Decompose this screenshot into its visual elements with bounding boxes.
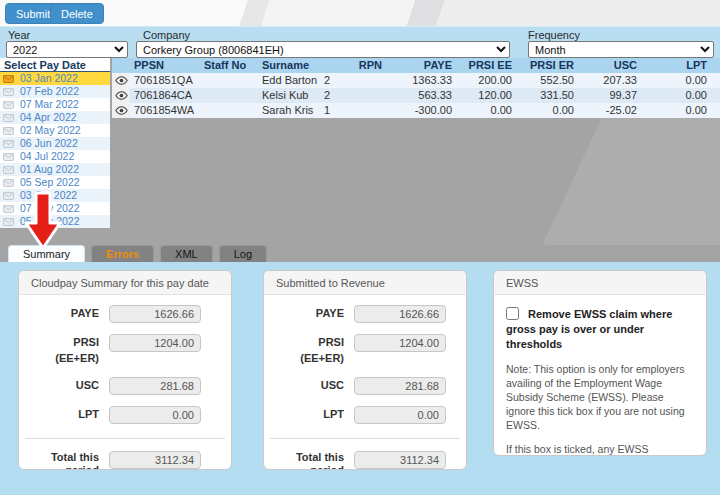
- frequency-label: Frequency: [528, 29, 580, 41]
- pay-date-item[interactable]: 04 Jul 2022: [0, 150, 110, 163]
- value-row: PAYE1626.66: [272, 305, 454, 323]
- submitted-to-revenue-panel: Submitted to Revenue PAYE1626.66PRSI (EE…: [263, 270, 467, 470]
- company-select[interactable]: Corkery Group (8006841EH): [136, 41, 510, 58]
- employee-cell-prsi_ee: 0.00: [455, 103, 515, 118]
- employee-table: PPSN Staff No Surname RPN PAYE PRSI EE P…: [112, 58, 720, 118]
- ewss-paragraphs: Note: This option is only for employers …: [506, 362, 694, 456]
- employee-cell-usc: 99.37: [577, 88, 640, 103]
- envelope-icon: [3, 153, 14, 161]
- pay-date-item[interactable]: 01 Aug 2022: [0, 163, 110, 176]
- envelope-icon: [3, 88, 14, 96]
- pay-date-label: 02 May 2022: [20, 124, 81, 137]
- tab-bar: SummaryErrorsXMLLog: [8, 245, 267, 262]
- employee-row[interactable]: 7061851QAEdd Barton21363.33200.00552.502…: [112, 73, 720, 88]
- value-field: 1204.00: [354, 334, 446, 352]
- value-field: 1626.66: [354, 305, 446, 323]
- col-paye: PAYE: [385, 58, 455, 73]
- pay-date-item[interactable]: 03 Oct 2022: [0, 189, 110, 202]
- pay-date-label: 03 Oct 2022: [20, 189, 77, 202]
- eye-icon[interactable]: [112, 73, 130, 88]
- value-row: USC281.68: [272, 377, 454, 395]
- envelope-icon: [3, 218, 14, 226]
- employee-cell-lpt: 0.00: [640, 103, 710, 118]
- value-label: USC: [272, 377, 344, 393]
- pay-date-label: 05 Sep 2022: [20, 176, 80, 189]
- pay-date-item[interactable]: 07 Mar 2022: [0, 98, 110, 111]
- employee-cell-ppsn: 7061864CA: [130, 88, 200, 103]
- value-field: 0.00: [109, 406, 201, 424]
- tab-errors[interactable]: Errors: [91, 245, 154, 262]
- employee-cell-prsi_er: 0.00: [515, 103, 577, 118]
- col-staffno: Staff No: [200, 58, 258, 73]
- pay-date-item[interactable]: 05 Sep 2022: [0, 176, 110, 189]
- divider: [25, 438, 225, 439]
- main-region: Select Pay Date 03 Jan 202207 Feb 202207…: [0, 58, 720, 245]
- employee-cell-rpn: 1: [320, 103, 385, 118]
- ewss-remove-claim-checkbox[interactable]: [506, 307, 519, 320]
- value-row: PRSI (EE+ER)1204.00: [27, 334, 219, 366]
- value-field: 1626.66: [109, 305, 201, 323]
- total-label: Total this period: [272, 451, 344, 470]
- ewss-checkbox-label: Remove EWSS claim where gross pay is ove…: [506, 308, 672, 350]
- value-label: PAYE: [27, 305, 99, 321]
- employee-cell-usc: -25.02: [577, 103, 640, 118]
- col-rpn: RPN: [320, 58, 385, 73]
- tab-xml[interactable]: XML: [160, 245, 213, 262]
- employee-cell-surname: Sarah Kris: [258, 103, 320, 118]
- value-label: PRSI (EE+ER): [272, 334, 344, 366]
- pay-date-label: 04 Apr 2022: [20, 111, 77, 124]
- envelope-icon: [3, 101, 14, 109]
- pay-date-item[interactable]: 07 Nov 2022: [0, 202, 110, 215]
- employee-cell-prsi_ee: 120.00: [455, 88, 515, 103]
- col-surname: Surname: [258, 58, 320, 73]
- eye-icon[interactable]: [112, 103, 130, 118]
- pay-date-item[interactable]: 05 Dec 2022: [0, 215, 110, 228]
- value-field: 1204.00: [109, 334, 201, 352]
- frequency-select[interactable]: Month: [528, 41, 714, 58]
- value-field: 0.00: [354, 406, 446, 424]
- cloudpay-submission-window: Submit Delete Year Company Frequency 202…: [0, 0, 720, 495]
- delete-button[interactable]: Delete: [50, 3, 104, 24]
- employee-row[interactable]: 7061854WASarah Kris1-300.000.000.00-25.0…: [112, 103, 720, 118]
- employee-cell-paye: -300.00: [385, 103, 455, 118]
- year-label: Year: [8, 29, 30, 41]
- envelope-icon: [3, 179, 14, 187]
- pay-date-item[interactable]: 03 Jan 2022: [0, 72, 110, 85]
- pay-date-item[interactable]: 07 Feb 2022: [0, 85, 110, 98]
- value-label: LPT: [272, 406, 344, 422]
- value-field: 281.68: [109, 377, 201, 395]
- total-value: 3112.34: [109, 451, 201, 469]
- employee-cell-prsi_er: 331.50: [515, 88, 577, 103]
- tab-log[interactable]: Log: [219, 245, 267, 262]
- employee-cell-surname: Kelsi Kub: [258, 88, 320, 103]
- col-lpt: LPT: [640, 58, 710, 73]
- envelope-icon: [3, 127, 14, 135]
- employee-row[interactable]: 7061864CAKelsi Kub2563.33120.00331.5099.…: [112, 88, 720, 103]
- value-field: 281.68: [354, 377, 446, 395]
- pay-date-item[interactable]: 06 Jun 2022: [0, 137, 110, 150]
- pay-date-label: 05 Dec 2022: [20, 215, 80, 228]
- col-prsi-ee: PRSI EE: [455, 58, 515, 73]
- pay-date-label: 07 Feb 2022: [20, 85, 79, 98]
- pay-date-item[interactable]: 02 May 2022: [0, 124, 110, 137]
- envelope-icon: [3, 114, 14, 122]
- company-label: Company: [143, 29, 190, 41]
- value-row: LPT0.00: [27, 406, 219, 424]
- divider: [270, 438, 460, 439]
- pay-date-label: 04 Jul 2022: [20, 150, 74, 163]
- pay-date-label: 06 Jun 2022: [20, 137, 78, 150]
- employee-cell-staff_no: [200, 73, 258, 88]
- ewss-paragraph: Note: This option is only for employers …: [506, 362, 694, 432]
- pay-date-header: Select Pay Date: [0, 58, 110, 72]
- envelope-icon: [3, 192, 14, 200]
- employee-cell-rpn: 2: [320, 88, 385, 103]
- pay-date-item[interactable]: 04 Apr 2022: [0, 111, 110, 124]
- employee-cell-staff_no: [200, 88, 258, 103]
- year-select[interactable]: 2022: [6, 41, 128, 58]
- tab-summary[interactable]: Summary: [8, 245, 85, 262]
- value-row: USC281.68: [27, 377, 219, 395]
- total-value: 3112.34: [354, 451, 446, 469]
- eye-icon[interactable]: [112, 88, 130, 103]
- employee-cell-surname: Edd Barton: [258, 73, 320, 88]
- pay-date-list: 03 Jan 202207 Feb 202207 Mar 202204 Apr …: [0, 72, 110, 228]
